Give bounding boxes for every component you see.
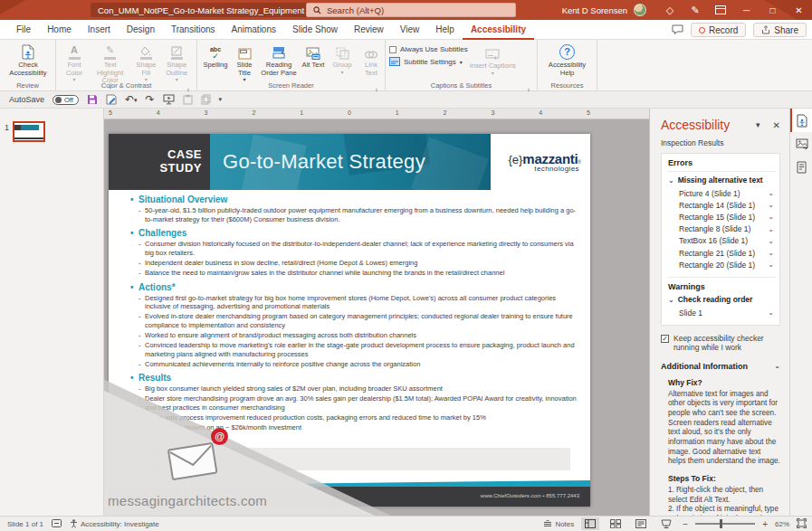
item-dropdown-chevron[interactable]: ⌄ [768,308,776,317]
slide-section[interactable]: Challenges Consumer division historicall… [129,228,581,277]
ribbon-tab[interactable]: Animations [224,20,284,40]
pane-close-icon[interactable]: ✕ [773,120,780,130]
reading-view-button[interactable] [632,517,650,530]
draw-pen-icon[interactable]: ✎ [683,0,708,20]
zoom-in-button[interactable]: + [762,519,768,529]
search-box[interactable] [306,3,516,17]
share-button[interactable]: Share [753,23,807,37]
spelling-button[interactable]: abc✓ Spelling [201,42,230,71]
item-dropdown-chevron[interactable]: ⌄ [768,237,776,245]
slide-footer[interactable]: © Chief Outsiders 2020 www.ChiefOutsider… [109,487,590,507]
dialog-launcher-icon[interactable] [528,82,535,90]
maximize-button[interactable]: □ [759,0,786,20]
redo-icon[interactable]: ↷ [145,94,154,105]
coming-soon-icon[interactable]: ◇ [657,0,683,20]
error-item[interactable]: TextBox 16 (Slide 1) ⌄ [668,235,776,247]
ribbon-tab[interactable]: Slide Show [284,20,346,40]
ribbon-tab[interactable]: View [392,20,428,40]
check-accessibility-button[interactable]: Check Accessibility [4,42,53,79]
font-color-button[interactable]: A Font Color ▾ [60,42,89,85]
error-item[interactable]: Rectangle 15 (Slide 1) ⌄ [668,211,776,223]
error-group-row[interactable]: ⌄ Missing alternative text [668,175,776,185]
case-study-kicker[interactable]: CASE STUDY [109,134,210,190]
shape-outline-button[interactable]: Shape Outline ▾ [160,42,193,85]
dialog-launcher-icon[interactable] [187,82,195,90]
item-dropdown-chevron[interactable]: ⌄ [768,249,776,257]
editing-canvas[interactable]: 54321012345 CASE STUDY Go-to-Market Stra… [104,109,649,516]
dialog-launcher-icon[interactable] [376,82,383,90]
fit-to-window-button[interactable] [797,518,807,530]
slide-thumbnail[interactable] [13,121,45,142]
display-settings-icon[interactable] [52,519,62,529]
ribbon-tab[interactable]: Accessibility [463,20,534,40]
zoom-slider-thumb[interactable] [720,519,722,528]
always-use-subtitles-checkbox[interactable]: Always Use Subtitles [389,45,468,53]
start-from-beginning-icon[interactable] [163,94,175,105]
zoom-level[interactable]: 62% [775,520,789,528]
ribbon-tab[interactable]: Home [39,20,80,40]
undo-icon[interactable]: ↶▾ [125,94,138,105]
designer-pane-tab-icon[interactable] [790,132,812,156]
ribbon-tab[interactable]: Review [346,20,392,40]
warning-group-row[interactable]: ⌄ Check reading order [668,295,776,304]
user-avatar[interactable] [634,4,646,16]
paste-icon[interactable] [183,94,193,105]
slide-section[interactable]: Results Big box consumer launch yielded … [129,373,581,431]
empty-text-placeholder[interactable] [186,448,570,470]
zoom-out-button[interactable]: − [683,519,688,529]
slide-title-button[interactable]: Slide Title ▾ [230,42,259,85]
normal-view-button[interactable] [581,517,599,530]
ribbon-tab[interactable]: File [8,20,39,40]
ribbon-display-options-icon[interactable] [708,0,733,20]
link-text-button[interactable]: Link Text [357,42,386,79]
accessibility-status[interactable]: Accessibility: Investigate [70,519,159,528]
comments-icon[interactable] [672,22,683,38]
pane-options-chevron[interactable]: ▾ [756,120,760,129]
ribbon-tab[interactable]: Transitions [163,20,224,40]
close-button[interactable]: ✕ [786,0,812,20]
error-item[interactable]: Rectangle 8 (Slide 1) ⌄ [668,223,776,235]
error-item[interactable]: Rectangle 21 (Slide 1) ⌄ [668,247,776,259]
ribbon-tab[interactable]: Insert [80,20,119,40]
warning-item[interactable]: Slide 1 ⌄ [668,307,776,318]
item-dropdown-chevron[interactable]: ⌄ [768,261,776,269]
alt-text-button[interactable]: Alt Text [299,42,328,71]
error-item[interactable]: Rectangle 20 (Slide 1) ⌄ [668,259,776,270]
subtitle-settings-button[interactable]: Subtitle Settings ▾ [389,57,468,66]
minimize-button[interactable]: ─ [733,0,759,20]
accessibility-help-button[interactable]: ? Accessibility Help [541,42,593,79]
error-item[interactable]: Rectangle 14 (Slide 1) ⌄ [668,199,776,211]
record-button[interactable]: Record [691,23,746,37]
slide[interactable]: CASE STUDY Go-to-Market Strategy {e} maz… [109,134,590,507]
item-dropdown-chevron[interactable]: ⌄ [768,225,776,233]
group-objects-button[interactable]: Group ▾ [328,42,357,78]
insert-captions-button[interactable]: Insert Captions ▾ [468,43,518,79]
autosave-toggle[interactable]: Off [53,95,79,105]
item-dropdown-chevron[interactable]: ⌄ [768,213,776,221]
copy-icon[interactable] [201,94,211,105]
accessibility-pane-tab-icon[interactable] [790,109,812,132]
ribbon-tab[interactable]: Design [119,20,163,40]
reading-order-pane-button[interactable]: Reading Order Pane [259,42,299,79]
slide-section[interactable]: Situational Overview 50-year-old, $1.5 b… [129,194,581,223]
notes-pane-tab-icon[interactable] [790,156,812,179]
zoom-slider[interactable] [695,523,755,525]
save-icon[interactable] [87,94,98,105]
ribbon-tab[interactable]: Help [427,20,463,40]
item-dropdown-chevron[interactable]: ⌄ [768,189,776,197]
error-item[interactable]: Picture 4 (Slide 1) ⌄ [668,187,776,199]
notepad-pen-icon[interactable] [150,445,177,476]
shape-fill-button[interactable]: Shape Fill ▾ [131,42,160,85]
item-dropdown-chevron[interactable]: ⌄ [768,201,776,209]
company-logo[interactable]: {e} mazzanti ® technologies [483,134,581,190]
save-as-icon[interactable] [106,94,117,105]
qat-overflow-icon[interactable]: ▾ [219,96,223,103]
additional-information-header[interactable]: Additional Information ⌄ [661,362,780,371]
notes-button[interactable]: Notes [543,520,574,528]
slide-sorter-view-button[interactable] [607,517,625,530]
slideshow-view-button[interactable] [657,517,675,530]
slide-section[interactable]: Actions* Designed first go-to-market str… [129,282,581,369]
search-input[interactable] [327,5,509,15]
title-banner[interactable]: Go-to-Market Strategy [210,134,491,190]
keep-running-checkbox[interactable]: ✓ Keep accessibility checker running whi… [661,334,780,353]
